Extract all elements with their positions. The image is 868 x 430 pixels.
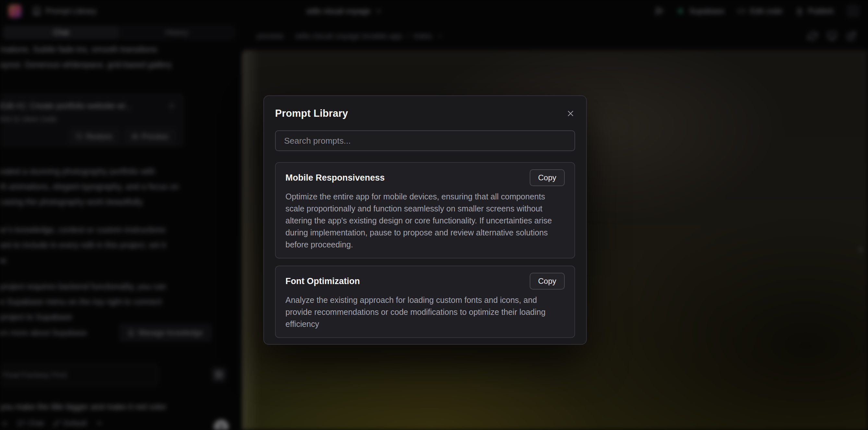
search-input[interactable] <box>275 130 575 151</box>
prompt-title: Mobile Responsiveness <box>285 173 385 183</box>
close-icon[interactable] <box>566 109 575 118</box>
copy-button[interactable]: Copy <box>530 169 565 186</box>
copy-button[interactable]: Copy <box>530 273 565 289</box>
app-window: Prompt Library wills visual voyage Supab… <box>0 0 868 430</box>
prompt-list: Mobile Responsiveness Copy Optimize the … <box>275 162 575 338</box>
prompt-card[interactable]: Mobile Responsiveness Copy Optimize the … <box>275 162 575 258</box>
prompt-library-dialog: Prompt Library Mobile Responsiveness Cop… <box>264 95 587 345</box>
dialog-title: Prompt Library <box>275 108 348 119</box>
prompt-description: Analyze the existing approach for loadin… <box>285 294 565 330</box>
prompt-description: Optimize the entire app for mobile devic… <box>285 191 565 251</box>
prompt-card[interactable]: Font Optimization Copy Analyze the exist… <box>275 266 575 338</box>
prompt-title: Font Optimization <box>285 276 360 286</box>
